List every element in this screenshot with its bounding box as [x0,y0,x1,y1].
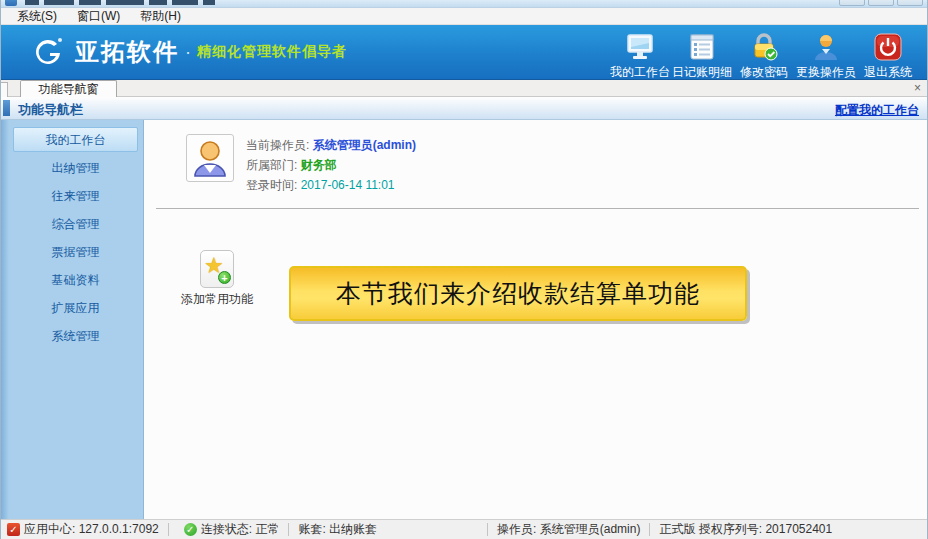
toolbar-label: 更换操作员 [796,64,856,81]
app-icon [5,0,17,6]
application-window: 系统(S) 窗口(W) 帮助(H) 亚拓软件 · 精细化管理软件倡导者 [0,0,928,539]
status-bar: ✓ 应用中心: 127.0.0.1:7092 ✓ 连接状态: 正常 账套: 出纳… [1,519,927,539]
power-icon [874,31,902,61]
tutorial-banner: 本节我们来介绍收款结算单功能 [289,266,747,321]
operator-status: 操作员: 系统管理员(admin) [497,521,640,538]
sidebar-item-extensions[interactable]: 扩展应用 [13,295,138,320]
sidebar-item-cashier[interactable]: 出纳管理 [13,155,138,180]
monitor-icon [625,31,655,61]
status-separator [649,523,650,536]
operator-label: 当前操作员: [246,138,309,152]
menu-window[interactable]: 窗口(W) [67,7,130,26]
plus-badge-icon: + [218,271,231,284]
avatar [186,134,234,182]
sidebar-left-strip [1,120,9,519]
toolbar-label: 日记账明细 [672,64,732,81]
sidebar-item-basic-data[interactable]: 基础资料 [13,267,138,292]
tab-edge-sliver [1,82,8,97]
status-separator [168,523,169,536]
brand-block: 亚拓软件 · 精细化管理软件倡导者 [31,35,347,69]
lock-check-icon [750,31,778,61]
header-toolbar: 我的工作台 日记账明细 [609,29,919,81]
license-status: 正式版 授权序列号: 2017052401 [659,521,832,538]
tab-function-navigator[interactable]: 功能导航窗 [20,80,117,97]
login-time-value: 2017-06-14 11:01 [301,178,395,192]
menu-system[interactable]: 系统(S) [7,7,67,26]
sidebar-item-system[interactable]: 系统管理 [13,323,138,348]
brand-logo-icon [31,35,65,69]
status-separator [487,523,488,536]
status-separator [288,523,289,536]
main-content: 当前操作员: 系统管理员(admin) 所属部门: 财务部 登录时间: 2017… [144,120,927,519]
close-button[interactable] [897,0,923,6]
menu-help[interactable]: 帮助(H) [130,7,191,26]
toolbar-label: 我的工作台 [610,64,670,81]
toolbar-journal-detail[interactable]: 日记账明细 [671,29,733,81]
toolbar-change-password[interactable]: 修改密码 [733,29,795,81]
connection-status: ✓ 连接状态: 正常 [178,521,280,538]
sidebar-item-current-accounts[interactable]: 往来管理 [13,183,138,208]
app-center-icon: ✓ [7,523,20,536]
login-time-label: 登录时间: [246,178,297,192]
brand-tagline: 精细化管理软件倡导者 [197,43,347,61]
sidebar-item-my-workspace[interactable]: 我的工作台 [13,127,138,152]
account-set-status: 账套: 出纳账套 [298,521,377,538]
toolbar-label: 退出系统 [864,64,912,81]
navbar-accent [3,100,10,116]
function-navbar: 功能导航栏 配置我的工作台 [1,97,927,120]
window-titlebar [1,0,927,8]
app-header: 亚拓软件 · 精细化管理软件倡导者 我的工作台 [1,25,927,80]
brand-name: 亚拓软件 [75,36,179,68]
minimize-button[interactable] [839,0,865,6]
department-value: 财务部 [301,158,337,172]
maximize-button[interactable] [868,0,894,6]
operator-value: 系统管理员(admin) [313,138,416,152]
tutorial-banner-text: 本节我们来介绍收款结算单功能 [336,277,700,310]
window-title-clipped [25,0,215,5]
add-common-function[interactable]: ★ + 添加常用功能 [171,250,263,308]
tab-close-icon[interactable]: × [914,81,921,95]
app-center-status: ✓ 应用中心: 127.0.0.1:7092 [1,521,159,538]
person-icon [812,31,840,61]
sidebar-item-comprehensive[interactable]: 综合管理 [13,211,138,236]
toolbar-label: 修改密码 [740,64,788,81]
toolbar-exit-system[interactable]: 退出系统 [857,29,919,81]
brand-separator: · [185,42,191,63]
toolbar-my-workspace[interactable]: 我的工作台 [609,29,671,81]
current-user-block: 当前操作员: 系统管理员(admin) 所属部门: 财务部 登录时间: 2017… [186,134,416,195]
horizontal-divider [156,208,919,209]
sidebar-item-bills[interactable]: 票据管理 [13,239,138,264]
connection-ok-icon: ✓ [184,523,197,536]
department-label: 所属部门: [246,158,297,172]
tab-strip: 功能导航窗 × [1,80,927,97]
navbar-title: 功能导航栏 [18,101,83,119]
journal-icon [688,31,716,61]
toolbar-switch-operator[interactable]: 更换操作员 [795,29,857,81]
configure-workspace-link[interactable]: 配置我的工作台 [835,102,919,119]
menu-bar: 系统(S) 窗口(W) 帮助(H) [1,8,927,25]
add-common-function-label: 添加常用功能 [171,291,263,308]
sidebar-nav: 我的工作台 出纳管理 往来管理 综合管理 票据管理 基础资料 扩展应用 系统管理 [1,120,144,519]
